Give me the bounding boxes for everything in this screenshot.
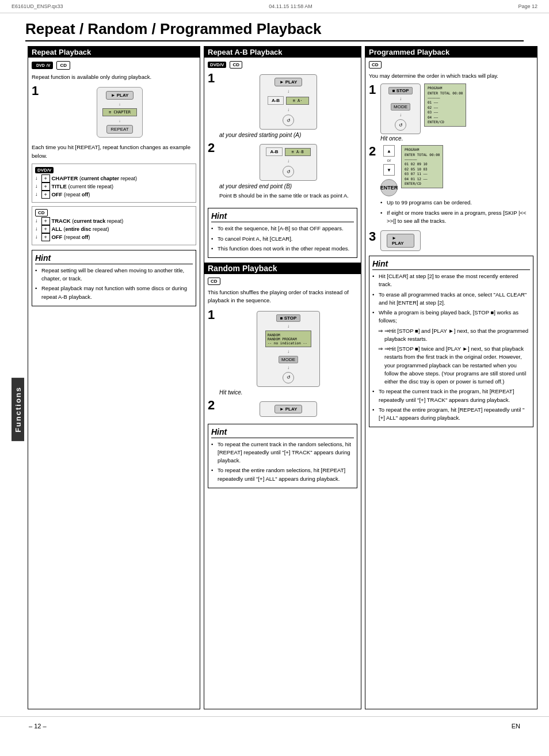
page-header: E6161UD_ENSP.qx33 04.11.15 11:58 AM Page… (0, 0, 549, 13)
random-title: Random Playback (204, 263, 361, 274)
header-date: 04.11.15 11:58 AM (269, 3, 312, 9)
play-btn-img: ► PLAY (106, 91, 134, 100)
repeat-hint: Hint • Repeat setting will be cleared wh… (32, 250, 196, 306)
cd-icon3: CD (230, 61, 242, 69)
random-step1-label: Hit twice. (219, 389, 357, 396)
ab-step1: 1 ► PLAY ↓ A-B ≡ A· ↓ ↺ (208, 72, 357, 138)
random-device2: ► PLAY (219, 401, 357, 417)
header-filename: E6161UD_ENSP.qx33 (12, 3, 63, 9)
main-title: Repeat / Random / Programmed Playback (25, 18, 524, 41)
ab-step1-label: at your desired starting point (A) (219, 132, 357, 138)
random-hint-title: Hint (211, 427, 354, 438)
prog-hint-b4: ⇒ ⇒Hit [STOP ■] twice and [PLAY ►] next,… (372, 345, 530, 386)
cd-icon2: CD (35, 209, 48, 216)
prog-step1: 1 ■ STOP ↓ MODE ↓ ↺ PROGRAM ENTER TOTAL … (369, 83, 533, 142)
ab-hint: Hint • To exit the sequence, hit [A-B] s… (208, 208, 357, 258)
random-step1: 1 ■ STOP ↓ RANDOMRANDOM PROGRAM-- no ind… (208, 309, 357, 396)
ab-device2: A-B ≡ A-B ↓ ↺ (219, 144, 357, 181)
repeat-btn-img: REPEAT (106, 125, 132, 134)
prog-hint-b0: • Hit [CLEAR] at step [2] to erase the m… (372, 272, 530, 289)
random-device1: ■ STOP ↓ RANDOMRANDOM PROGRAM-- no indic… (219, 311, 357, 387)
off2-box: + (41, 233, 50, 241)
title-box: + (41, 183, 50, 191)
prog-icons: CD (369, 61, 533, 69)
random-icons: CD (208, 278, 357, 285)
ab-step2: 2 A-B ≡ A-B ↓ ↺ at your desired end poin… (208, 142, 357, 203)
dvd-icon3: DVD/V (208, 62, 226, 68)
random-step2: 2 ► PLAY (208, 399, 357, 419)
all-box: + (41, 225, 50, 233)
prog-step3: 3 ► PLAY (369, 230, 533, 251)
off1-box: + (41, 191, 50, 199)
cd-icon4: CD (208, 278, 220, 285)
prog-step2-bullet1: • Up to 99 programs can be ordered. (380, 199, 533, 207)
random-hint-bullet2: • To repeat the entire random selections… (211, 466, 354, 483)
prog-hint-b3: ⇒ ⇒Hit [STOP ■] and [PLAY ►] next, so th… (372, 327, 530, 344)
repeat-hint-bullet2: • Repeat playback may not function with … (35, 284, 193, 301)
repeat-remote: ► PLAY ↓ ≡ CHAPTER ↓ REPEAT (97, 87, 143, 138)
mode-btn-img: MODE (279, 356, 298, 363)
repeat-step1: 1 ► PLAY ↓ ≡ CHAPTER ↓ REPEAT (32, 85, 196, 140)
ab-hint-bullet3: • This function does not work in the oth… (211, 245, 354, 253)
programmed-column: Programmed Playback CD You may determine… (365, 46, 537, 709)
random-hint: Hint • To repeat the current track in th… (208, 424, 357, 488)
repeat-ab-title: Repeat A-B Playback (204, 47, 361, 58)
cd-icon: CD (56, 61, 70, 70)
prog-device1: ■ STOP ↓ MODE ↓ ↺ (380, 83, 421, 134)
footer-lang: EN (512, 723, 520, 730)
random-body: This function shuffles the playing order… (208, 288, 357, 305)
ab-hint-bullet2: • To cancel Point A, hit [CLEAR]. (211, 235, 354, 243)
stop-btn-img: ■ STOP (276, 314, 301, 322)
repeat-title: Repeat Playback (28, 47, 200, 58)
repeat-hint-title: Hint (35, 253, 193, 264)
programmed-body: You may determine the order in which tra… (369, 72, 533, 80)
repeat-icons: DVD/V CD (32, 61, 196, 70)
header-page: Page 12 (518, 3, 537, 9)
prog-device2: ▲ or ▼ ENTER (380, 145, 398, 196)
prog-step2: 2 ▲ or ▼ ENTER PROGRAM (369, 145, 533, 227)
repeat-column: Repeat Playback DVD/V CD Repeat function… (28, 46, 200, 709)
prog-hint-b6: • To repeat the entire program, hit [REP… (372, 406, 530, 423)
prog-hint: Hint • Hit [CLEAR] at step [2] to erase … (369, 256, 533, 427)
prog-screen2: PROGRAM ENTER TOTAL 00:00 —————— 01 02 0… (401, 145, 443, 188)
cd-repeat-diagram: CD ↓ + TRACK (current track repeat) ↓ + … (32, 206, 196, 245)
chapter-screen: ≡ CHAPTER (102, 108, 137, 116)
random-play-btn: ► PLAY (274, 405, 303, 413)
ab-hint-title: Hint (211, 211, 354, 222)
repeat-body: Repeat function is available only during… (32, 73, 196, 81)
functions-tab: Functions (12, 378, 24, 441)
prog-stop-btn: ■ STOP (388, 87, 413, 94)
prog-play-btn: ► PLAY (387, 234, 414, 248)
programmed-title: Programmed Playback (365, 47, 537, 58)
ab-device1: ► PLAY ↓ A-B ≡ A· ↓ ↺ (219, 74, 357, 130)
prog-hint-b5: • To repeat the current track in the pro… (372, 388, 530, 404)
each-time-text: Each time you hit [REPEAT], repeat funct… (32, 143, 196, 160)
dvd-repeat-diagram: DVD/V ↓ + CHAPTER (current chapter repea… (32, 164, 196, 203)
prog-device3: ► PLAY (380, 230, 421, 251)
prog-step1-label: Hit once. (380, 135, 533, 142)
prog-hint-title: Hint (372, 259, 530, 270)
repeat-ab-column: Repeat A-B Playback DVD/V CD 1 ► PLAY ↓ … (204, 46, 361, 709)
page-footer: – 12 – EN (0, 716, 549, 735)
repeat-hint-bullet1: • Repeat setting will be cleared when mo… (35, 267, 193, 283)
track-box: + (41, 217, 50, 225)
prog-hint-b1: • To erase all programmed tracks at once… (372, 291, 530, 307)
prog-step2-bullet2: • If eight or more tracks were in a prog… (380, 209, 533, 226)
random-hint-bullet1: • To repeat the current track in the ran… (211, 440, 354, 465)
prog-hint-b2: • While a program is being played back, … (372, 309, 530, 325)
ab-play-btn: ► PLAY (274, 78, 303, 86)
ab-point-b-note: Point B should be in the same title or t… (219, 192, 357, 200)
dvd-icon2: DVD/V (35, 167, 54, 173)
ab-icons: DVD/V CD (208, 61, 357, 69)
footer-page-number: – 12 – (29, 723, 47, 730)
cd-icon5: CD (369, 61, 382, 69)
prog-mode-btn: MODE (391, 103, 410, 111)
chapter-box: + (41, 174, 50, 183)
dvd-icon: DVD/V (32, 62, 53, 69)
prog-screen1: PROGRAM ENTER TOTAL 00:00 —————— 01 —— 0… (424, 83, 466, 127)
ab-hint-bullet1: • To exit the sequence, hit [A-B] so tha… (211, 225, 354, 233)
ab-step2-label: at your desired end point (B) (219, 183, 357, 189)
